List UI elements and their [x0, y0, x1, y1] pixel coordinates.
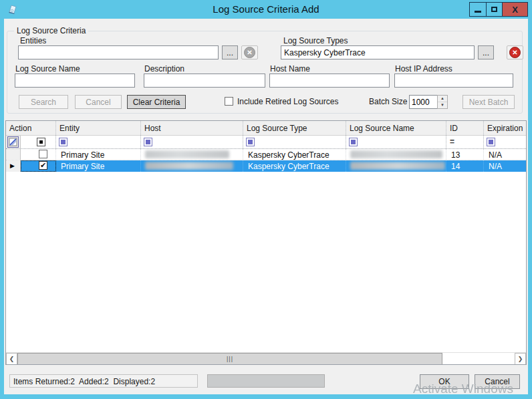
group-label: Log Source Criteria: [14, 26, 88, 35]
table-row-selected[interactable]: ▶ ✔ Primary Site Kaspersky CyberTrace 14…: [6, 160, 526, 172]
log-source-name-input[interactable]: [15, 74, 135, 88]
id-cell[interactable]: 14: [446, 160, 484, 172]
log-source-name-cell[interactable]: [346, 160, 446, 172]
close-button[interactable]: X: [502, 3, 527, 16]
column-header-log-source-name[interactable]: Log Source Name: [346, 121, 446, 135]
id-cell[interactable]: 13: [446, 149, 484, 160]
redacted-host-value: [145, 150, 229, 158]
log-source-type-cell[interactable]: Kaspersky CyberTrace: [243, 149, 346, 160]
filter-cell-host[interactable]: [141, 136, 243, 148]
host-cell[interactable]: [141, 149, 243, 160]
filter-cell-log-source-name[interactable]: [346, 136, 446, 148]
log-source-grid: Action Entity Host Log Source Type Log S…: [5, 120, 527, 365]
scroll-left-button[interactable]: ❮: [6, 353, 17, 365]
host-ip-input[interactable]: [394, 74, 513, 88]
filter-cell-action[interactable]: [21, 136, 56, 148]
row-indicator-cell[interactable]: ▶: [6, 160, 21, 172]
log-source-types-label: Log Source Types: [283, 36, 348, 45]
filter-checkbox-icon[interactable]: [144, 138, 152, 146]
maximize-icon: [491, 7, 497, 12]
search-button[interactable]: Search: [19, 95, 68, 109]
batch-size-input[interactable]: [409, 95, 437, 109]
minimize-button[interactable]: [470, 3, 486, 16]
entities-label: Entities: [20, 36, 46, 45]
redacted-log-source-name-value: [350, 150, 442, 158]
column-header-log-source-type[interactable]: Log Source Type: [243, 121, 346, 135]
scroll-right-button[interactable]: ❯: [515, 353, 526, 365]
filter-checkbox-icon[interactable]: [246, 138, 255, 146]
filter-cell-log-source-type[interactable]: [243, 136, 346, 148]
log-source-types-clear-button[interactable]: ✕: [507, 45, 523, 59]
log-source-name-label: Log Source Name: [15, 64, 80, 74]
include-retired-checkbox[interactable]: [225, 97, 233, 106]
action-filter-checkbox-icon[interactable]: [37, 138, 45, 146]
row-action-checkbox-checked[interactable]: ✔: [39, 161, 47, 170]
close-icon: X: [512, 5, 518, 15]
horizontal-scrollbar[interactable]: ❮ ||| ❯: [6, 352, 526, 364]
spin-up-button[interactable]: ▲: [438, 96, 447, 102]
batch-size-spinner: ▲ ▼: [409, 95, 448, 109]
column-header-action[interactable]: Action: [6, 121, 56, 135]
window-controls: X: [469, 2, 528, 17]
host-ip-label: Host IP Address: [395, 64, 452, 74]
expiration-cell[interactable]: N/A: [484, 149, 527, 160]
row-action-checkbox[interactable]: [39, 150, 47, 158]
clear-criteria-button[interactable]: Clear Criteria: [127, 95, 186, 109]
minimize-icon: [475, 11, 481, 13]
status-bar: Items Returned:2 Added:2 Displayed:2: [9, 374, 198, 388]
cancel-button[interactable]: Cancel: [475, 374, 520, 389]
host-name-input[interactable]: [269, 74, 390, 88]
filter-checkbox-icon[interactable]: [349, 138, 358, 146]
entities-clear-button[interactable]: ✕: [241, 45, 258, 59]
log-source-types-input[interactable]: [281, 45, 475, 59]
edit-filter-icon[interactable]: [7, 136, 19, 148]
dialog-window: Log Source Criteria Add X Log Source Cri…: [0, 0, 532, 399]
next-batch-button[interactable]: Next Batch: [462, 95, 515, 109]
ok-button[interactable]: OK: [420, 374, 469, 389]
log-source-types-clear-icon: ✕: [509, 47, 521, 58]
description-label: Description: [144, 64, 184, 74]
window-title: Log Source Criteria Add: [0, 3, 532, 15]
scrollbar-grip-icon: |||: [227, 356, 233, 362]
entity-cell[interactable]: Primary Site: [56, 149, 141, 160]
filter-cell-expiration[interactable]: [484, 136, 527, 148]
entity-cell[interactable]: Primary Site: [56, 160, 141, 172]
log-source-name-cell[interactable]: [346, 149, 446, 160]
action-cell[interactable]: [21, 149, 56, 160]
title-bar[interactable]: Log Source Criteria Add X: [0, 0, 532, 19]
column-header-entity[interactable]: Entity: [56, 121, 141, 135]
column-header-expiration[interactable]: Expiration: [484, 121, 527, 135]
row-indicator-cell[interactable]: [6, 149, 21, 160]
grid-header-row: Action Entity Host Log Source Type Log S…: [6, 121, 526, 136]
filter-row-header-cell: [6, 136, 21, 148]
column-header-host[interactable]: Host: [141, 121, 243, 135]
expiration-cell[interactable]: N/A: [484, 160, 527, 172]
spin-up-icon: ▲: [440, 96, 444, 100]
description-input[interactable]: [144, 74, 265, 88]
grid-filter-row: =: [6, 136, 526, 149]
table-row[interactable]: Primary Site Kaspersky CyberTrace 13 N/A: [6, 149, 526, 160]
host-cell[interactable]: [141, 160, 243, 172]
column-header-id[interactable]: ID: [446, 121, 484, 135]
log-source-type-cell[interactable]: Kaspersky CyberTrace: [243, 160, 346, 172]
redacted-host-value: [145, 162, 233, 170]
spin-down-button[interactable]: ▼: [438, 102, 447, 108]
scroll-right-icon: ❯: [518, 356, 523, 362]
host-name-label: Host Name: [270, 64, 310, 74]
maximize-button[interactable]: [486, 3, 502, 16]
filter-cell-entity[interactable]: [56, 136, 141, 148]
scroll-left-icon: ❮: [9, 356, 15, 362]
entities-browse-button[interactable]: ...: [222, 45, 238, 59]
cancel-search-button[interactable]: Cancel: [75, 95, 122, 109]
spin-down-icon: ▼: [440, 103, 444, 107]
redacted-log-source-name-value: [350, 162, 445, 170]
action-cell[interactable]: ✔: [21, 160, 56, 172]
log-source-types-browse-button[interactable]: ...: [478, 45, 494, 59]
filter-checkbox-icon[interactable]: [59, 138, 68, 146]
scrollbar-thumb[interactable]: |||: [17, 353, 442, 365]
dialog-client-area: Log Source Criteria Entities ... ✕ Log S…: [4, 19, 528, 394]
filter-cell-id[interactable]: =: [446, 136, 484, 148]
current-row-arrow-icon: ▶: [10, 162, 15, 169]
filter-checkbox-icon[interactable]: [487, 138, 495, 146]
entities-input[interactable]: [18, 45, 219, 59]
